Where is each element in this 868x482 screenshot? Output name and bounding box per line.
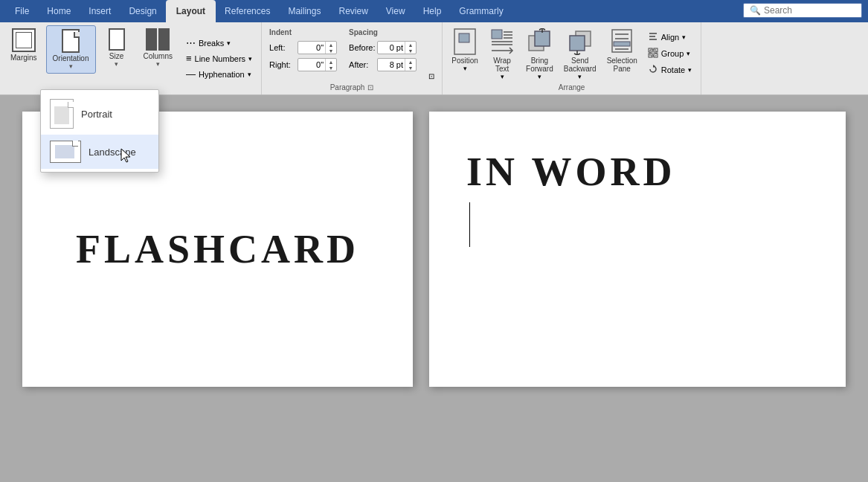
indent-left-input[interactable] xyxy=(298,42,325,53)
bring-forward-sublabel: Forward xyxy=(526,65,553,73)
svg-rect-10 xyxy=(535,31,550,46)
svg-rect-13 xyxy=(570,36,585,51)
rotate-chevron: ▾ xyxy=(688,66,692,74)
align-icon xyxy=(648,31,658,43)
group-button[interactable]: Group ▾ xyxy=(643,46,696,61)
rotate-icon xyxy=(648,64,658,76)
portrait-icon xyxy=(50,99,74,129)
svg-rect-2 xyxy=(492,30,502,39)
indent-right-label: Right: xyxy=(269,60,295,69)
indent-right-down[interactable]: ▼ xyxy=(326,65,336,71)
arrange-group-title: Arrange xyxy=(447,83,696,91)
indent-right-up[interactable]: ▲ xyxy=(326,59,336,65)
document-page-2[interactable]: IN WORD xyxy=(429,112,846,387)
indent-right-input[interactable] xyxy=(298,60,325,70)
spacing-before-input[interactable] xyxy=(378,42,405,53)
bring-forward-button[interactable]: Bring Forward ▾ xyxy=(521,25,558,82)
tab-view[interactable]: View xyxy=(377,0,414,22)
line-numbers-icon: ≡ xyxy=(186,53,192,64)
wrap-text-sublabel: Text xyxy=(495,65,509,73)
landscape-label: Landscape xyxy=(89,147,136,158)
margins-button[interactable]: Margins xyxy=(4,25,43,65)
breaks-icon: ⋯ xyxy=(186,37,196,48)
group-chevron: ▾ xyxy=(687,50,690,57)
selection-pane-button[interactable]: Selection Pane xyxy=(602,25,642,74)
position-icon xyxy=(451,27,478,57)
spacing-before-up[interactable]: ▲ xyxy=(405,42,416,48)
align-label: Align xyxy=(661,33,679,42)
orientation-label: Orientation xyxy=(53,54,89,62)
hyphenation-icon: — xyxy=(186,68,196,80)
arrange-group: Position ▾ xyxy=(443,22,701,94)
paragraph-group: Indent Left: ▲ ▼ Right: xyxy=(262,22,443,94)
selection-pane-label: Selection xyxy=(607,57,637,65)
line-numbers-button[interactable]: ≡ Line Numbers ▾ xyxy=(181,51,257,65)
rotate-button[interactable]: Rotate ▾ xyxy=(643,62,696,77)
bring-forward-label: Bring xyxy=(531,57,548,65)
size-label: Size xyxy=(109,52,123,60)
indent-left-up[interactable]: ▲ xyxy=(326,42,336,48)
breaks-chevron: ▾ xyxy=(227,39,231,47)
orientation-button[interactable]: Orientation ▾ xyxy=(46,25,96,74)
align-chevron: ▾ xyxy=(682,33,686,41)
align-button[interactable]: Align ▾ xyxy=(643,30,696,45)
orientation-chevron: ▾ xyxy=(69,62,73,70)
group-label: Group xyxy=(661,49,684,58)
line-numbers-chevron: ▾ xyxy=(248,55,252,62)
spacing-before-down[interactable]: ▼ xyxy=(405,48,416,54)
group-icon xyxy=(648,48,658,60)
orientation-dropdown: Portrait Landscape xyxy=(40,89,159,173)
tab-insert[interactable]: Insert xyxy=(80,0,120,22)
orientation-icon xyxy=(62,29,80,53)
tab-review[interactable]: Review xyxy=(329,0,376,22)
tab-home[interactable]: Home xyxy=(38,0,80,22)
size-icon xyxy=(109,28,125,51)
portrait-label: Portrait xyxy=(81,109,112,120)
tab-references[interactable]: References xyxy=(216,0,279,22)
tab-help[interactable]: Help xyxy=(414,0,451,22)
paragraph-expand[interactable]: ⊡ xyxy=(428,72,434,80)
columns-button[interactable]: Columns ▾ xyxy=(138,25,179,71)
spacing-after-input[interactable] xyxy=(378,60,405,70)
size-button[interactable]: Size ▾ xyxy=(99,25,135,71)
paragraph-group-title: Paragraph ⊡ xyxy=(269,83,434,91)
orientation-portrait-item[interactable]: Portrait xyxy=(41,93,158,135)
tab-layout[interactable]: Layout xyxy=(166,0,216,22)
tab-grammarly[interactable]: Grammarly xyxy=(450,0,512,22)
wrap-text-chevron: ▾ xyxy=(501,73,504,80)
spacing-after-up[interactable]: ▲ xyxy=(405,59,416,65)
breaks-label: Breaks xyxy=(199,39,224,48)
position-chevron: ▾ xyxy=(463,65,467,72)
tab-design[interactable]: Design xyxy=(120,0,165,22)
hyphenation-button[interactable]: — Hyphenation ▾ xyxy=(181,67,257,81)
search-input[interactable] xyxy=(764,5,855,16)
tab-file[interactable]: File xyxy=(6,0,38,22)
send-backward-sublabel: Backward xyxy=(564,65,597,73)
indent-left-down[interactable]: ▼ xyxy=(326,48,336,54)
paragraph-expand-icon[interactable]: ⊡ xyxy=(367,83,373,91)
line-numbers-label: Line Numbers xyxy=(195,54,245,63)
position-button[interactable]: Position ▾ xyxy=(447,25,483,74)
svg-rect-27 xyxy=(650,50,656,56)
hyphenation-chevron: ▾ xyxy=(248,71,251,78)
spacing-after-down[interactable]: ▼ xyxy=(405,65,416,71)
selection-pane-sublabel: Pane xyxy=(614,65,631,73)
wrap-text-button[interactable]: Wrap Text ▾ xyxy=(484,25,520,82)
tab-mailings[interactable]: Mailings xyxy=(279,0,329,22)
send-backward-label: Send xyxy=(571,57,588,65)
orientation-landscape-item[interactable]: Landscape xyxy=(41,135,158,169)
breaks-button[interactable]: ⋯ Breaks ▾ xyxy=(181,36,257,50)
spacing-before-label: Before: xyxy=(349,43,374,52)
svg-rect-1 xyxy=(459,33,469,42)
margins-icon xyxy=(12,28,36,52)
text-cursor xyxy=(469,202,470,247)
svg-rect-18 xyxy=(614,42,630,46)
send-backward-button[interactable]: Send Backward ▾ xyxy=(559,25,601,82)
search-icon: 🔍 xyxy=(750,5,761,16)
page-setup-group: Margins Orientation ▾ Size ▾ xyxy=(0,22,262,94)
indent-left-label: Left: xyxy=(269,43,295,52)
margins-label: Margins xyxy=(10,54,37,62)
columns-chevron: ▾ xyxy=(156,60,160,68)
send-backward-icon xyxy=(567,27,594,57)
columns-label: Columns xyxy=(144,52,173,60)
